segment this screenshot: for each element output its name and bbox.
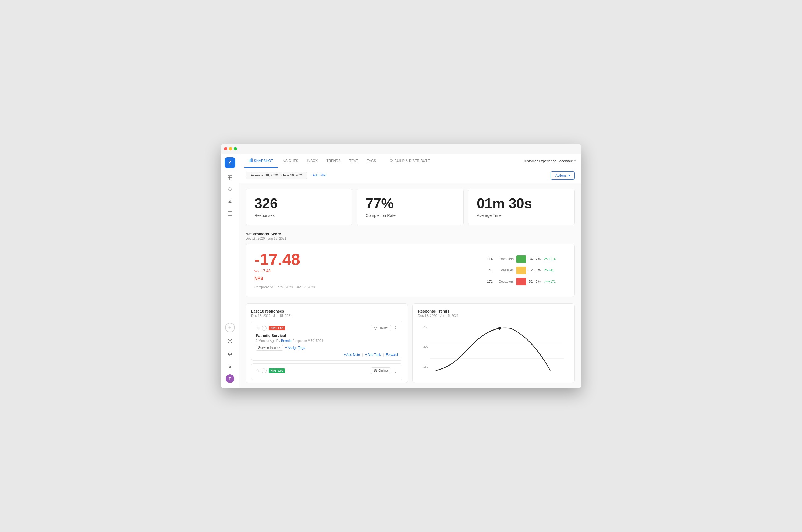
sidebar-icon-settings[interactable] bbox=[225, 361, 235, 372]
promoters-trend-icon bbox=[545, 258, 548, 260]
tab-snapshot-label: SNAPSHOT bbox=[254, 159, 273, 163]
passives-count: 41 bbox=[485, 268, 493, 272]
sidebar-icon-calendar[interactable] bbox=[225, 208, 235, 218]
trends-title: Response Trends bbox=[418, 309, 569, 314]
avg-time-label: Average Time bbox=[477, 213, 566, 217]
sidebar-icon-chat[interactable] bbox=[225, 184, 235, 195]
detractors-count: 171 bbox=[485, 280, 493, 284]
stat-responses: 326 Responses bbox=[246, 189, 352, 225]
survey-chevron: ▾ bbox=[574, 159, 576, 163]
star-icon-1[interactable]: ☆ bbox=[256, 325, 260, 330]
more-btn-2[interactable]: ⋮ bbox=[393, 368, 398, 374]
trends-card: Response Trends Dec 18, 2020 - Jun 15, 2… bbox=[412, 303, 575, 383]
maximize-button[interactable] bbox=[234, 147, 237, 150]
svg-point-5 bbox=[229, 200, 231, 202]
info-icon-2[interactable]: i bbox=[262, 368, 267, 373]
forward-1[interactable]: Forward bbox=[386, 353, 398, 357]
nps-date-range: Dec 18, 2020 - Jun 15, 2021 bbox=[246, 237, 575, 241]
responses-label: Responses bbox=[254, 213, 343, 217]
avatar[interactable]: T bbox=[226, 374, 234, 383]
nps-badge-1: NPS 1.00 bbox=[269, 326, 285, 330]
page-content: 326 Responses 77% Completion Rate 01m 30… bbox=[239, 183, 581, 388]
tag-remove-1[interactable]: × bbox=[279, 346, 281, 350]
responses-title: Last 10 responses bbox=[251, 309, 402, 314]
add-filter-button[interactable]: + Add Filter bbox=[310, 173, 326, 177]
sidebar-icon-bell[interactable] bbox=[225, 348, 235, 359]
response-author-1[interactable]: Brenda bbox=[281, 339, 291, 343]
responses-card: Last 10 responses Dec 18, 2020 - Jun 15,… bbox=[246, 303, 408, 383]
date-filter[interactable]: December 18, 2020 to June 30, 2021 bbox=[246, 172, 307, 179]
survey-selector[interactable]: Customer Experience Feedback ▾ bbox=[522, 159, 576, 163]
survey-name: Customer Experience Feedback bbox=[522, 159, 573, 163]
globe-icon-1 bbox=[374, 326, 377, 330]
tag-chip-1: Service Issue × bbox=[256, 345, 283, 351]
minimize-button[interactable] bbox=[229, 147, 232, 150]
tab-inbox[interactable]: INBOX bbox=[303, 154, 322, 168]
sidebar-bottom: ? T bbox=[225, 336, 235, 385]
y-label-150: 150 bbox=[423, 365, 428, 368]
response-left-1: ☆ i NPS 1.00 bbox=[256, 325, 285, 330]
svg-rect-2 bbox=[228, 178, 230, 180]
actions-button[interactable]: Actions ▾ bbox=[551, 171, 575, 180]
svg-line-12 bbox=[229, 355, 230, 356]
svg-point-4 bbox=[229, 188, 231, 190]
detractors-trend-icon bbox=[545, 280, 548, 283]
add-button[interactable]: + bbox=[225, 323, 235, 332]
star-icon-2[interactable]: ☆ bbox=[256, 368, 260, 373]
logo[interactable]: Z bbox=[225, 157, 235, 168]
nps-score: -17.48 bbox=[254, 251, 315, 268]
sidebar-icon-help[interactable]: ? bbox=[225, 336, 235, 346]
assign-tags-1[interactable]: + Assign Tags bbox=[285, 346, 305, 350]
online-label-1: Online bbox=[378, 326, 388, 330]
online-btn-2[interactable]: Online bbox=[371, 367, 391, 374]
add-note-1[interactable]: + Add Note bbox=[344, 353, 360, 357]
nps-change-value: -17.48 bbox=[260, 269, 271, 273]
nps-compared: Compared to Jun 22, 2020 - Dec 17, 2020 bbox=[254, 285, 315, 289]
nps-change: -17.48 bbox=[254, 269, 315, 273]
online-btn-1[interactable]: Online bbox=[371, 325, 391, 331]
tab-trends[interactable]: TRENDS bbox=[322, 154, 345, 168]
tag-label-1: Service Issue bbox=[258, 346, 278, 350]
stats-row: 326 Responses 77% Completion Rate 01m 30… bbox=[246, 189, 575, 225]
nps-label: NPS bbox=[254, 276, 315, 281]
trend-line bbox=[436, 328, 550, 370]
trends-date-range: Dec 18, 2020 - Jun 15, 2021 bbox=[418, 314, 569, 318]
svg-rect-14 bbox=[249, 160, 250, 162]
nps-title: Net Promoter Score bbox=[246, 232, 575, 236]
tab-insights[interactable]: INSIGHTS bbox=[278, 154, 303, 168]
tab-snapshot[interactable]: SNAPSHOT bbox=[245, 154, 278, 168]
close-button[interactable] bbox=[224, 147, 227, 150]
completion-value: 77% bbox=[365, 196, 455, 210]
nps-detractors-row: 171 Detractors 52.45% +171 bbox=[485, 278, 566, 285]
passives-trend-icon bbox=[545, 269, 548, 272]
promoters-trend-val: +114 bbox=[548, 257, 556, 261]
top-nav: SNAPSHOT INSIGHTS INBOX TRENDS TEXT bbox=[239, 154, 581, 168]
main-content: SNAPSHOT INSIGHTS INBOX TRENDS TEXT bbox=[239, 154, 581, 388]
nps-section: Net Promoter Score Dec 18, 2020 - Jun 15… bbox=[246, 232, 575, 297]
sidebar: Z bbox=[221, 154, 239, 388]
trend-svg bbox=[430, 325, 564, 374]
more-btn-1[interactable]: ⋮ bbox=[393, 325, 398, 331]
sidebar-icon-person[interactable] bbox=[225, 196, 235, 207]
info-icon-1[interactable]: i bbox=[262, 326, 267, 330]
responses-date-range: Dec 18, 2020 - Jun 15, 2021 bbox=[251, 314, 402, 318]
svg-text:?: ? bbox=[229, 339, 231, 343]
tab-tags[interactable]: TAGS bbox=[363, 154, 380, 168]
sidebar-icon-grid[interactable] bbox=[225, 172, 235, 183]
tab-build[interactable]: BUILD & DISTRIBUTE bbox=[385, 154, 434, 168]
nps-badge-2: NPS 9.00 bbox=[269, 368, 285, 373]
detractors-bar bbox=[516, 278, 526, 285]
passives-pct: 12.58% bbox=[529, 268, 542, 272]
promoters-count: 114 bbox=[485, 257, 493, 261]
tab-text[interactable]: TEXT bbox=[345, 154, 363, 168]
svg-rect-1 bbox=[230, 176, 232, 177]
tab-trends-label: TRENDS bbox=[326, 159, 341, 163]
nps-left: -17.48 -17.48 NPS Compared to Jun 22, 20… bbox=[254, 251, 315, 289]
tab-build-label: BUILD & DISTRIBUTE bbox=[395, 159, 430, 163]
nps-badge-score-2: 9.00 bbox=[278, 369, 283, 372]
response-header-2: ☆ i NPS 9.00 bbox=[256, 367, 398, 374]
passives-trend-val: +41 bbox=[548, 268, 554, 272]
snapshot-icon bbox=[249, 158, 252, 163]
y-label-200: 200 bbox=[423, 345, 428, 348]
add-task-1[interactable]: + Add Task bbox=[365, 353, 381, 357]
